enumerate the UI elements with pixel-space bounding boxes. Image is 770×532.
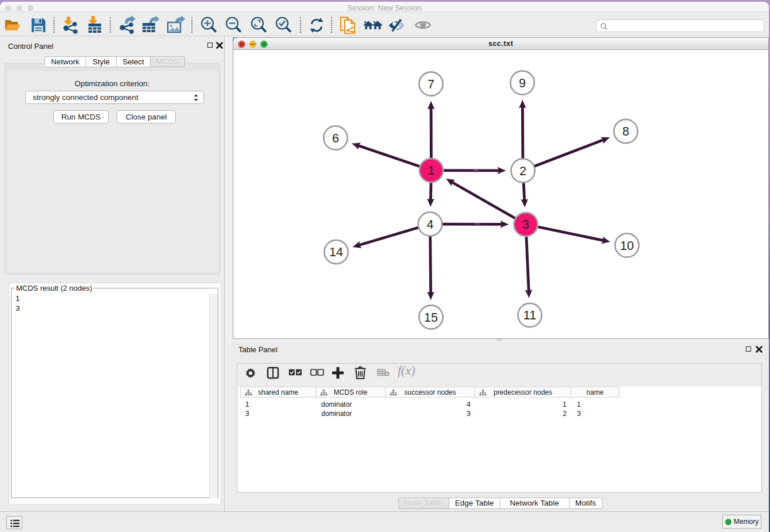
svg-text:14: 14: [329, 245, 343, 259]
svg-text:15: 15: [424, 311, 438, 325]
svg-text:4: 4: [427, 218, 434, 232]
svg-text:11: 11: [523, 309, 536, 322]
svg-text:8: 8: [622, 125, 629, 138]
svg-text:2: 2: [519, 164, 526, 178]
svg-text:3: 3: [522, 218, 529, 232]
svg-text:1: 1: [428, 164, 435, 178]
svg-text:7: 7: [428, 78, 434, 91]
svg-text:10: 10: [620, 239, 634, 253]
svg-text:9: 9: [519, 76, 526, 90]
svg-text:6: 6: [332, 132, 339, 145]
